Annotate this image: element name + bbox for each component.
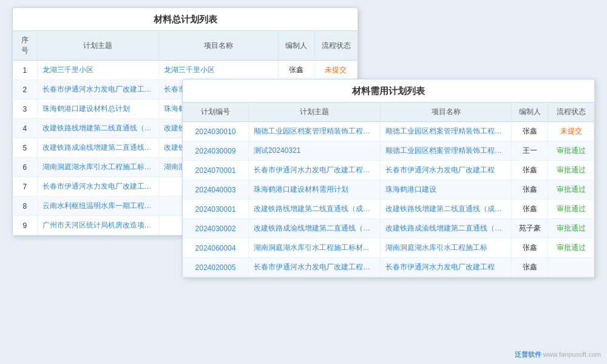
cell-author: 张鑫 xyxy=(512,122,548,141)
cell-status: 审批通过 xyxy=(548,219,594,238)
table-row[interactable]: 2024030009测试20240321顺德工业园区档案管理精装饰工程（...王… xyxy=(183,141,594,161)
cell-plan: 广州市天河区统计局机房改造项目材料总计划 xyxy=(37,216,158,235)
cell-author: 张鑫 xyxy=(512,180,548,200)
cell-seq: 4 xyxy=(13,119,37,138)
cell-plan: 测试20240321 xyxy=(248,141,380,161)
cell-code: 2024060004 xyxy=(183,238,248,258)
cell-project: 长春市伊通河水力发电厂改建工程 xyxy=(380,258,512,277)
table-row[interactable]: 2024030002改建铁路成渝线增建第二直通线（成...改建铁路成渝线增建第二… xyxy=(183,219,594,238)
th-code: 计划编号 xyxy=(183,103,248,122)
cell-seq: 9 xyxy=(13,216,37,235)
table-row[interactable]: 2024060004湖南洞庭湖水库引水工程施工标材...湖南洞庭湖水库引水工程施… xyxy=(183,238,594,258)
cell-project: 珠海鹤港口建设 xyxy=(380,180,512,200)
cell-seq: 2 xyxy=(13,80,37,99)
table-row[interactable]: 2024040003珠海鹤港口建设材料需用计划珠海鹤港口建设张鑫审批通过 xyxy=(183,180,594,200)
cell-code: 2024030009 xyxy=(183,141,248,161)
cell-status: 未提交 xyxy=(548,122,594,141)
cell-code: 2024040003 xyxy=(183,180,248,200)
cell-author: 张鑫 xyxy=(278,61,314,80)
watermark-logo: 泛普软件 xyxy=(515,351,541,358)
summary-header-row: 序号 计划主题 项目名称 编制人 流程状态 xyxy=(13,31,358,61)
cell-plan: 改建铁路线增建第二线直通线（成都... xyxy=(248,200,380,219)
cell-project: 顺德工业园区档案管理精装饰工程（... xyxy=(380,122,512,141)
cell-project: 顺德工业园区档案管理精装饰工程（... xyxy=(380,141,512,161)
table-row[interactable]: 2024020005长春市伊通河水力发电厂改建工程材...长春市伊通河水力发电厂… xyxy=(183,258,594,277)
cell-status: 审批通过 xyxy=(548,180,594,200)
cell-status xyxy=(548,258,594,277)
cell-author: 张鑫 xyxy=(512,238,548,258)
th-status: 流程状态 xyxy=(314,31,357,61)
cell-seq: 5 xyxy=(13,138,37,158)
th-author: 编制人 xyxy=(278,31,314,61)
cell-status: 未提交 xyxy=(314,61,357,80)
cell-plan: 长春市伊通河水力发电厂改建工程材料总计划 xyxy=(37,177,158,197)
cell-status: 审批通过 xyxy=(548,238,594,258)
demand-header-row: 计划编号 计划主题 项目名称 编制人 流程状态 xyxy=(183,103,594,122)
cell-author: 王一 xyxy=(512,141,548,161)
cell-plan: 改建铁路成渝线增建第二直通线（成... xyxy=(248,219,380,238)
cell-author: 张鑫 xyxy=(512,161,548,180)
cell-author: 张鑫 xyxy=(512,200,548,219)
table-row[interactable]: 2024030010顺德工业园区档案管理精装饰工程（...顺德工业园区档案管理精… xyxy=(183,122,594,141)
cell-plan: 改建铁路线增建第二线直通线（成都-西安）... xyxy=(37,119,158,138)
cell-seq: 6 xyxy=(13,158,37,177)
cell-plan: 珠海鹤港口建设材料总计划 xyxy=(37,99,158,119)
cell-status: 审批通过 xyxy=(548,141,594,161)
cell-seq: 1 xyxy=(13,61,37,80)
cell-code: 2024070001 xyxy=(183,161,248,180)
cell-plan: 改建铁路成渝线增建第二直通线（成渝枢纽... xyxy=(37,138,158,158)
th-plan: 计划主题 xyxy=(37,31,158,61)
cell-code: 2024030002 xyxy=(183,219,248,238)
cell-plan: 顺德工业园区档案管理精装饰工程（... xyxy=(248,122,380,141)
cell-plan: 长春市伊通河水力发电厂改建工程材... xyxy=(248,258,380,277)
th-plan2: 计划主题 xyxy=(248,103,380,122)
cell-plan: 珠海鹤港口建设材料需用计划 xyxy=(248,180,380,200)
watermark: 泛普软件 www.fanpusoft.com xyxy=(515,350,601,359)
cell-project: 长春市伊通河水力发电厂改建工程 xyxy=(380,161,512,180)
cell-status: 审批通过 xyxy=(548,200,594,219)
cell-plan: 龙湖三千里小区 xyxy=(37,61,158,80)
panel-material-demand: 材料需用计划列表 计划编号 计划主题 项目名称 编制人 流程状态 2024030… xyxy=(182,79,595,278)
cell-status: 审批通过 xyxy=(548,161,594,180)
table-row[interactable]: 2024030001改建铁路线增建第二线直通线（成都...改建铁路线增建第二线直… xyxy=(183,200,594,219)
panel1-title: 材料总计划列表 xyxy=(13,8,358,31)
cell-project: 改建铁路线增建第二线直通线（成都... xyxy=(380,200,512,219)
cell-plan: 云南水利枢纽温明水库一期工程施工标材料... xyxy=(37,197,158,216)
cell-author: 张鑫 xyxy=(512,258,548,277)
th-seq: 序号 xyxy=(13,31,37,61)
cell-project: 改建铁路成渝线增建第二直通线（成... xyxy=(380,219,512,238)
cell-plan: 湖南洞庭湖水库引水工程施工标材料总计划 xyxy=(37,158,158,177)
panel2-title: 材料需用计划列表 xyxy=(183,79,594,103)
cell-plan: 长春市伊通河水力发电厂改建工程合... xyxy=(248,161,380,180)
cell-project: 龙湖三千里小区 xyxy=(158,61,278,80)
th-project: 项目名称 xyxy=(158,31,278,61)
th-project2: 项目名称 xyxy=(380,103,512,122)
cell-plan: 湖南洞庭湖水库引水工程施工标材... xyxy=(248,238,380,258)
cell-code: 2024030001 xyxy=(183,200,248,219)
cell-seq: 7 xyxy=(13,177,37,197)
cell-author: 苑子豪 xyxy=(512,219,548,238)
th-author2: 编制人 xyxy=(512,103,548,122)
cell-code: 2024020005 xyxy=(183,258,248,277)
cell-code: 2024030010 xyxy=(183,122,248,141)
table-row[interactable]: 1龙湖三千里小区龙湖三千里小区张鑫未提交 xyxy=(13,61,358,80)
cell-seq: 3 xyxy=(13,99,37,119)
cell-project: 湖南洞庭湖水库引水工程施工标 xyxy=(380,238,512,258)
watermark-url: www.fanpusoft.com xyxy=(543,351,601,358)
table-row[interactable]: 2024070001长春市伊通河水力发电厂改建工程合...长春市伊通河水力发电厂… xyxy=(183,161,594,180)
cell-plan: 长春市伊通河水力发电厂改建工程合同材料... xyxy=(37,80,158,99)
cell-seq: 8 xyxy=(13,197,37,216)
th-status2: 流程状态 xyxy=(548,103,594,122)
demand-table: 计划编号 计划主题 项目名称 编制人 流程状态 2024030010顺德工业园区… xyxy=(183,103,594,277)
